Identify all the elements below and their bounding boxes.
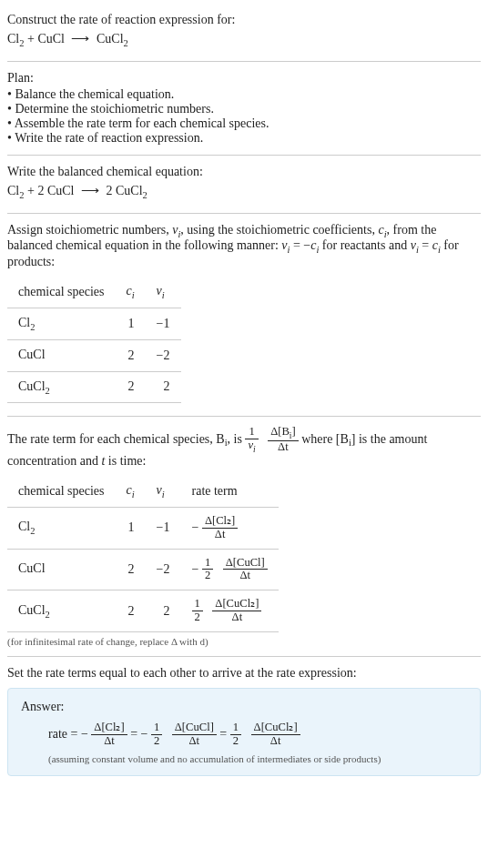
plan-item: Balance the chemical equation. [7, 87, 481, 102]
col-ci: ci [115, 277, 145, 308]
fraction-1-over-nu: 1 νi [245, 426, 258, 454]
rate-intro: The rate term for each chemical species,… [7, 426, 481, 469]
answer-box: Answer: rate = − Δ[Cl₂]Δt = − 12 Δ[CuCl]… [7, 688, 481, 776]
col-ci: ci [115, 476, 145, 507]
col-species: chemical species [7, 476, 115, 507]
unbalanced-equation: Cl2 + CuCl ⟶ CuCl2 [7, 31, 481, 48]
species-cl2: Cl2 [7, 184, 24, 197]
cell-nui: 2 [146, 590, 181, 632]
plan-item: Assemble the rate term for each chemical… [7, 116, 481, 131]
arrow-icon: ⟶ [71, 31, 89, 46]
cell-rate: − Δ[Cl₂]Δt [181, 507, 279, 549]
plan-item: Determine the stoichiometric numbers. [7, 102, 481, 116]
plus: + [24, 32, 37, 45]
section-final: Set the rate terms equal to each other t… [7, 657, 481, 785]
cell-species: CuCl [7, 339, 115, 371]
cell-ci: 2 [115, 371, 145, 403]
species-cucl: CuCl [37, 32, 65, 45]
col-nui: νi [146, 277, 181, 308]
final-heading: Set the rate terms equal to each other t… [7, 666, 481, 681]
section-balanced: Write the balanced chemical equation: Cl… [7, 156, 481, 214]
cell-ci: 2 [115, 339, 145, 371]
plus-cucl: + 2 CuCl [24, 184, 76, 197]
plan-item: Write the rate of reaction expression. [7, 131, 481, 146]
table-row: CuCl2 2 2 [7, 371, 181, 403]
cell-nui: −1 [146, 308, 181, 339]
table-header-row: chemical species ci νi [7, 277, 181, 308]
cell-ci: 1 [115, 507, 145, 549]
col-species: chemical species [7, 277, 115, 308]
section-stoich: Assign stoichiometric numbers, νi, using… [7, 214, 481, 418]
cell-rate: − 12 Δ[CuCl]Δt [181, 549, 279, 590]
section-rate-terms: The rate term for each chemical species,… [7, 417, 481, 657]
cell-species: CuCl2 [7, 371, 115, 403]
intro-text: Construct the rate of reaction expressio… [7, 13, 481, 27]
table-row: Cl2 1 −1 [7, 308, 181, 339]
table-row: CuCl2 2 2 12 Δ[CuCl₂]Δt [7, 590, 279, 632]
cell-ci: 2 [115, 549, 145, 590]
cell-ci: 1 [115, 308, 145, 339]
rate-expression: rate = − Δ[Cl₂]Δt = − 12 Δ[CuCl]Δt = 12 … [48, 722, 467, 748]
rate-table: chemical species ci νi rate term Cl2 1 −… [7, 476, 279, 632]
cell-species: CuCl [7, 549, 115, 590]
cell-nui: 2 [146, 371, 181, 403]
col-nui: νi [146, 476, 181, 507]
cell-nui: −2 [146, 339, 181, 371]
section-plan: Plan: Balance the chemical equation. Det… [7, 62, 481, 156]
section-intro: Construct the rate of reaction expressio… [7, 4, 481, 62]
species-cucl2: CuCl2 [97, 32, 128, 45]
plan-heading: Plan: [7, 71, 481, 86]
stoich-table: chemical species ci νi Cl2 1 −1 CuCl 2 −… [7, 277, 181, 403]
col-rate: rate term [181, 476, 279, 507]
table-row: Cl2 1 −1 − Δ[Cl₂]Δt [7, 507, 279, 549]
table-row: CuCl 2 −2 − 12 Δ[CuCl]Δt [7, 549, 279, 590]
table-header-row: chemical species ci νi rate term [7, 476, 279, 507]
fraction-dbi-dt: Δ[Bi] Δt [268, 426, 299, 454]
answer-label: Answer: [21, 700, 467, 714]
balanced-heading: Write the balanced chemical equation: [7, 165, 481, 179]
table-row: CuCl 2 −2 [7, 339, 181, 371]
answer-assumption: (assuming constant volume and no accumul… [48, 753, 467, 764]
species-cl2: Cl2 [7, 32, 24, 45]
cell-species: CuCl2 [7, 590, 115, 632]
cell-nui: −2 [146, 549, 181, 590]
stoich-intro: Assign stoichiometric numbers, νi, using… [7, 223, 481, 270]
species-cucl2: 2 CuCl2 [103, 184, 147, 197]
rate-note: (for infinitesimal rate of change, repla… [7, 636, 481, 647]
arrow-icon: ⟶ [81, 183, 99, 198]
cell-species: Cl2 [7, 507, 115, 549]
cell-rate: 12 Δ[CuCl₂]Δt [181, 590, 279, 632]
cell-species: Cl2 [7, 308, 115, 339]
cell-nui: −1 [146, 507, 181, 549]
balanced-equation: Cl2 + 2 CuCl ⟶ 2 CuCl2 [7, 183, 481, 200]
cell-ci: 2 [115, 590, 145, 632]
plan-list: Balance the chemical equation. Determine… [7, 87, 481, 146]
